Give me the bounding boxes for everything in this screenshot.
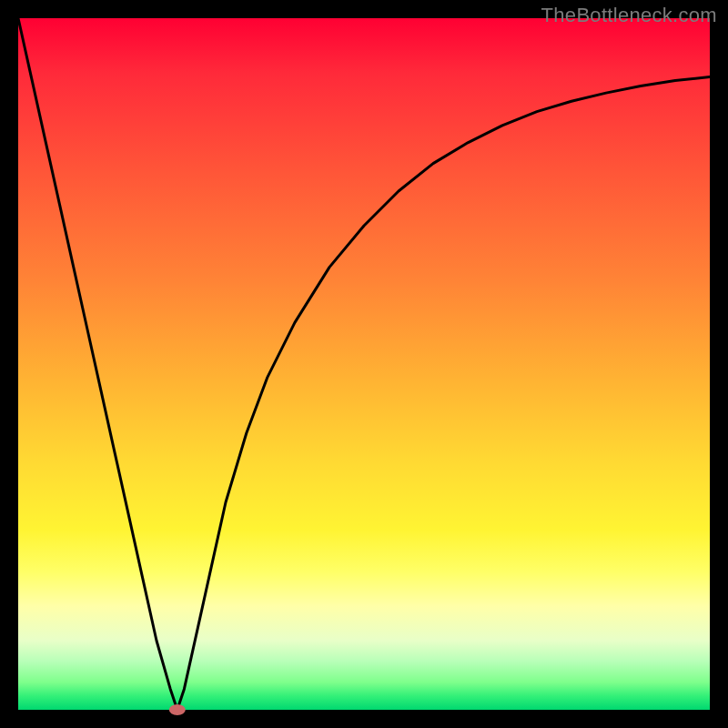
curve-layer xyxy=(18,18,710,710)
bottleneck-curve xyxy=(18,18,710,710)
plot-frame xyxy=(18,18,710,710)
optimum-marker xyxy=(169,704,186,715)
watermark-text: TheBottleneck.com xyxy=(541,4,717,27)
chart-root: TheBottleneck.com xyxy=(0,0,728,728)
